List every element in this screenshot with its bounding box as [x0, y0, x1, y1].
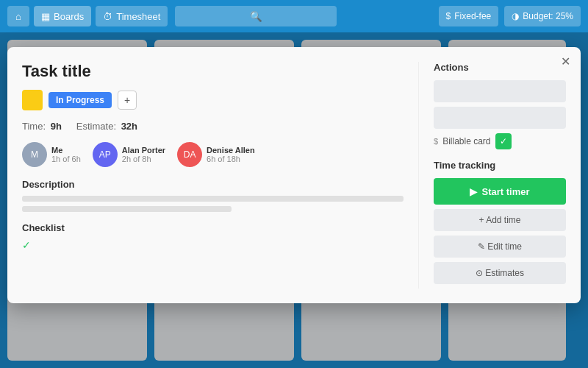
checklist-title: Checklist [22, 222, 404, 233]
estimates-button[interactable]: ⊙ Estimates [434, 262, 566, 284]
modal-right-panel: Actions $ Billable card ✓ Time tracking … [419, 62, 566, 289]
status-color-dot[interactable] [22, 90, 43, 110]
assignee-me-name: Me [51, 146, 81, 155]
dollar-icon: $ [434, 137, 438, 146]
assignee-denise-info: Denise Allen 6h of 18h [207, 146, 255, 163]
checkmark-icon: ✓ [22, 239, 31, 251]
assignee-alan-time: 2h of 8h [122, 155, 165, 163]
home-button[interactable]: ⌂ [7, 6, 29, 26]
fixed-fee-badge: $ Fixed-fee [439, 6, 499, 26]
assignee-alan: AP Alan Porter 2h of 8h [93, 142, 165, 167]
timesheet-tab[interactable]: ⏱ Timesheet [96, 6, 168, 26]
assignee-me: M Me 1h of 6h [22, 142, 81, 167]
tracking-title: Time tracking [434, 160, 566, 171]
search-button[interactable]: 🔍 [175, 6, 337, 26]
assignee-alan-info: Alan Porter 2h of 8h [122, 146, 165, 163]
budget-label: Budget: 25% [523, 11, 573, 21]
avatar-alan: AP [93, 142, 118, 167]
edit-time-button[interactable]: ✎ Edit time [434, 236, 566, 258]
avatar-me: M [22, 142, 47, 167]
timesheet-label: Timesheet [116, 11, 160, 22]
play-icon: ▶ [470, 186, 477, 197]
boards-label: Boards [54, 11, 84, 22]
estimate-value: 32h [121, 121, 137, 132]
budget-badge: ◑ Budget: 25% [504, 6, 581, 26]
assignee-denise: DA Denise Allen 6h of 18h [177, 142, 255, 167]
board-area: Design Phase ··· ⏱ 40h of 80h Building P… [0, 32, 588, 368]
header-right: $ Fixed-fee ◑ Budget: 25% [439, 6, 581, 26]
modal-left-panel: Task title In Progress + Time: 9h Estima… [22, 62, 419, 289]
task-title: Task title [22, 62, 404, 81]
assignee-alan-name: Alan Porter [122, 146, 165, 155]
assignee-denise-time: 6h of 18h [207, 155, 255, 163]
dollar-icon: $ [446, 11, 451, 21]
assignee-me-info: Me 1h of 6h [51, 146, 81, 163]
app-header: ⌂ ▦ Boards ⏱ Timesheet 🔍 $ Fixed-fee ◑ B… [0, 0, 588, 32]
time-label: Time: [22, 121, 46, 132]
billable-label: Billable card [442, 136, 490, 146]
fixed-fee-label: Fixed-fee [454, 11, 491, 21]
billable-checkbox[interactable]: ✓ [495, 133, 512, 149]
avatar-denise: DA [177, 142, 202, 167]
add-time-button[interactable]: + Add time [434, 209, 566, 231]
boards-icon: ▦ [41, 11, 50, 22]
status-row: In Progress + [22, 90, 404, 110]
assignee-row: M Me 1h of 6h AP Alan Porter 2h of 8h DA [22, 142, 404, 167]
modal-close-button[interactable]: ✕ [561, 54, 570, 68]
action-button-2[interactable] [434, 107, 566, 129]
start-timer-label: Start timer [481, 186, 529, 197]
task-modal: ✕ Task title In Progress + Time: 9h Esti… [7, 47, 581, 303]
assignee-denise-name: Denise Allen [207, 146, 255, 155]
estimate-display: Estimate: 32h [76, 121, 137, 132]
search-icon: 🔍 [250, 11, 262, 22]
desc-line-2 [22, 206, 232, 212]
billable-row: $ Billable card ✓ [434, 133, 566, 149]
start-timer-button[interactable]: ▶ Start timer [434, 178, 566, 205]
estimate-label: Estimate: [76, 121, 116, 132]
time-estimate-row: Time: 9h Estimate: 32h [22, 121, 404, 132]
status-badge[interactable]: In Progress [49, 92, 112, 108]
pie-icon: ◑ [512, 11, 519, 21]
time-display: Time: 9h [22, 121, 62, 132]
add-status-button[interactable]: + [118, 91, 137, 110]
boards-tab[interactable]: ▦ Boards [34, 6, 91, 26]
assignee-me-time: 1h of 6h [51, 155, 81, 163]
action-button-1[interactable] [434, 80, 566, 102]
checklist-row: ✓ [22, 239, 404, 251]
actions-title: Actions [434, 62, 566, 73]
desc-line-1 [22, 196, 404, 202]
timesheet-icon: ⏱ [103, 11, 112, 22]
time-value: 9h [51, 121, 62, 132]
description-title: Description [22, 179, 404, 190]
